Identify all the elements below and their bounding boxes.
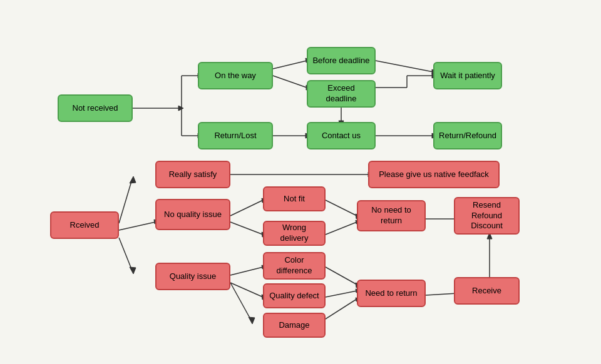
svg-marker-41 [249,317,255,324]
svg-line-50 [326,299,357,319]
svg-line-38 [230,283,263,297]
resend-refound-node: Resend Refound Discount [454,197,520,235]
svg-marker-25 [130,176,136,183]
svg-marker-29 [130,267,136,274]
return-lost-node: Return/Lost [198,122,273,149]
please-give-node: Please give us native feedfack [368,161,500,188]
quality-defect-node: Quality defect [263,283,326,308]
damage-node: Damage [263,313,326,338]
svg-line-34 [230,222,263,235]
wrong-delivery-node: Wrong delivery [263,221,326,246]
svg-line-24 [119,181,131,223]
svg-line-12 [376,61,433,72]
color-diff-node: Color difference [263,252,326,280]
svg-line-10 [273,76,307,88]
svg-line-36 [230,267,263,275]
svg-line-26 [119,222,155,230]
svg-line-40 [230,283,250,319]
svg-line-54 [426,293,457,295]
svg-line-8 [273,61,307,69]
svg-line-46 [326,267,357,285]
not-fit-node: Not fit [263,186,326,211]
svg-line-32 [230,200,263,216]
exceed-deadline-node: Exceed deadline [307,80,376,108]
arrows-svg [0,0,601,364]
svg-line-48 [326,291,357,297]
receive-node: Receive [454,277,520,305]
return-refound-node: Return/Refound [433,122,502,149]
really-satisfy-node: Really satisfy [155,161,230,188]
svg-line-42 [326,200,357,216]
contact-us-node: Contact us [307,122,376,149]
svg-line-28 [119,238,131,269]
svg-line-44 [326,222,357,235]
wait-patiently-node: Wait it patiently [433,62,502,89]
no-quality-issue-node: No quality issue [155,199,230,230]
before-deadline-node: Before deadline [307,47,376,74]
need-return-node: Need to return [357,280,426,307]
diagram: Not received On the way Return/Lost Befo… [0,0,601,364]
on-the-way-node: On the way [198,62,273,89]
no-need-return-node: No need to return [357,200,426,231]
not-received-node: Not received [58,94,133,122]
quality-issue-node: Quality issue [155,263,230,290]
received-node: Rceived [50,211,119,239]
svg-marker-1 [178,106,183,111]
